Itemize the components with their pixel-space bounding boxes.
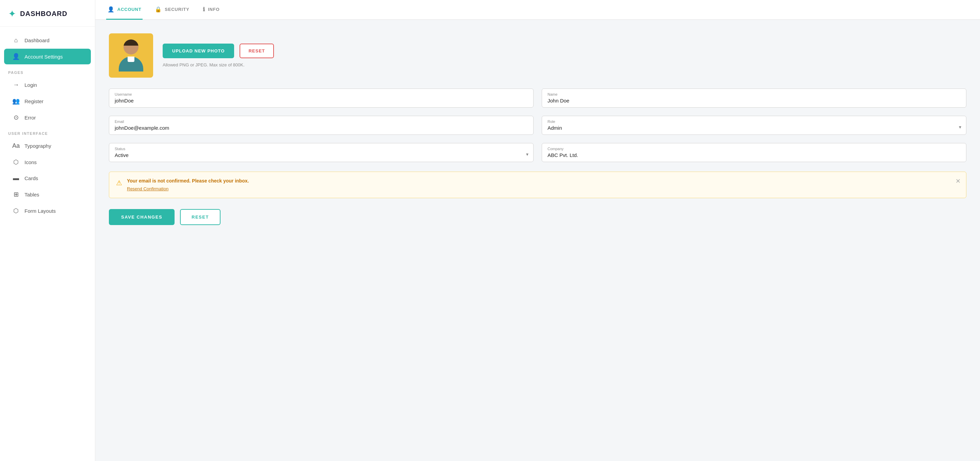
sidebar: ✦ DASHBOARD ⌂ Dashboard 👤 Account Settin… [0, 0, 95, 461]
icons-icon: ⬡ [12, 158, 20, 166]
company-input[interactable] [547, 152, 961, 158]
username-field-group: Username [109, 89, 533, 108]
sidebar-item-dashboard[interactable]: ⌂ Dashboard [4, 33, 91, 48]
avatar-actions: UPLOAD NEW PHOTO RESET Allowed PNG or JP… [163, 43, 274, 67]
user-icon: 👤 [12, 53, 20, 60]
sidebar-section-pages: PAGES [0, 65, 95, 77]
sidebar-item-label: Icons [24, 160, 37, 165]
avatar-collar [127, 56, 134, 62]
page-content: UPLOAD NEW PHOTO RESET Allowed PNG or JP… [95, 20, 980, 461]
sidebar-item-cards[interactable]: ▬ Cards [4, 171, 91, 186]
sidebar-nav: ⌂ Dashboard 👤 Account Settings PAGES → L… [0, 27, 95, 225]
role-select[interactable]: Admin Editor Viewer [547, 125, 961, 131]
sidebar-item-typography[interactable]: Aa Typography [4, 138, 91, 153]
info-tab-icon: ℹ [203, 6, 205, 13]
warning-icon: ⚠ [116, 179, 122, 187]
login-icon: → [12, 81, 20, 89]
sidebar-item-label: Cards [24, 175, 38, 181]
tab-account[interactable]: 👤 ACCOUNT [106, 0, 143, 20]
save-changes-button[interactable]: SAVE CHANGES [109, 209, 175, 225]
tabs-bar: 👤 ACCOUNT 🔒 SECURITY ℹ INFO [95, 0, 980, 20]
sidebar-item-login[interactable]: → Login [4, 77, 91, 93]
register-icon: 👥 [12, 97, 20, 105]
sidebar-item-icons[interactable]: ⬡ Icons [4, 154, 91, 170]
avatar-buttons: UPLOAD NEW PHOTO RESET [163, 43, 274, 58]
name-field-group: Name [542, 89, 966, 108]
account-tab-icon: 👤 [108, 6, 115, 13]
logo: ✦ DASHBOARD [0, 0, 95, 27]
cards-icon: ▬ [12, 175, 20, 182]
alert-message: Your email is not confirmed. Please chec… [127, 178, 959, 183]
company-field-group: Company [542, 143, 966, 162]
tab-security-label: SECURITY [165, 7, 189, 12]
status-label: Status [115, 147, 528, 151]
name-label: Name [547, 92, 961, 96]
sidebar-item-form-layouts[interactable]: ⬡ Form Layouts [4, 203, 91, 219]
error-icon: ⊙ [12, 114, 20, 121]
tab-account-label: ACCOUNT [118, 7, 142, 12]
form-actions: SAVE CHANGES RESET [109, 209, 966, 225]
typography-icon: Aa [12, 142, 20, 150]
upload-photo-button[interactable]: UPLOAD NEW PHOTO [163, 43, 234, 58]
tab-info[interactable]: ℹ INFO [202, 0, 221, 20]
status-select[interactable]: Active Inactive Pending [115, 152, 528, 158]
email-label: Email [115, 120, 528, 124]
tab-security[interactable]: 🔒 SECURITY [153, 0, 191, 20]
avatar-hair [124, 40, 138, 46]
tab-info-label: INFO [208, 7, 220, 12]
username-label: Username [115, 92, 528, 96]
sidebar-item-label: Form Layouts [24, 208, 56, 214]
sidebar-item-error[interactable]: ⊙ Error [4, 110, 91, 125]
sidebar-item-label: Account Settings [24, 54, 63, 60]
name-input[interactable] [547, 98, 961, 104]
avatar-body [119, 56, 143, 72]
home-icon: ⌂ [12, 37, 20, 44]
status-field-group: Status Active Inactive Pending ▾ [109, 143, 533, 162]
sidebar-item-label: Register [24, 98, 43, 104]
avatar-figure [119, 40, 143, 72]
role-label: Role [547, 120, 961, 124]
avatar [109, 33, 153, 78]
logo-text: DASHBOARD [20, 10, 67, 18]
sidebar-item-label: Error [24, 115, 36, 121]
form-grid: Username Name Email Role Admin Editor Vi… [109, 89, 966, 162]
resend-confirmation-link[interactable]: Resend Confirmation [127, 186, 169, 191]
form-icon: ⬡ [12, 207, 20, 214]
sidebar-item-tables[interactable]: ⊞ Tables [4, 187, 91, 202]
sidebar-section-ui: USER INTERFACE [0, 126, 95, 137]
company-label: Company [547, 147, 961, 151]
star-icon: ✦ [8, 8, 16, 19]
reset-photo-button[interactable]: RESET [240, 43, 274, 58]
email-input[interactable] [115, 125, 528, 131]
alert-content: Your email is not confirmed. Please chec… [127, 178, 959, 192]
avatar-section: UPLOAD NEW PHOTO RESET Allowed PNG or JP… [109, 33, 966, 78]
sidebar-item-register[interactable]: 👥 Register [4, 93, 91, 109]
tables-icon: ⊞ [12, 191, 20, 198]
username-input[interactable] [115, 98, 528, 104]
email-alert: ⚠ Your email is not confirmed. Please ch… [109, 172, 966, 198]
sidebar-item-account-settings[interactable]: 👤 Account Settings [4, 49, 91, 64]
alert-close-button[interactable]: ✕ [956, 177, 961, 185]
avatar-hint: Allowed PNG or JPEG. Max size of 800K. [163, 62, 274, 67]
avatar-head [124, 40, 138, 54]
main-content: 👤 ACCOUNT 🔒 SECURITY ℹ INFO [95, 0, 980, 461]
sidebar-item-label: Dashboard [24, 37, 49, 43]
reset-form-button[interactable]: RESET [180, 209, 221, 225]
sidebar-item-label: Login [24, 82, 37, 88]
role-field-group: Role Admin Editor Viewer ▾ [542, 116, 966, 135]
sidebar-item-label: Typography [24, 143, 51, 149]
security-tab-icon: 🔒 [155, 6, 162, 13]
email-field-group: Email [109, 116, 533, 135]
sidebar-item-label: Tables [24, 192, 39, 198]
